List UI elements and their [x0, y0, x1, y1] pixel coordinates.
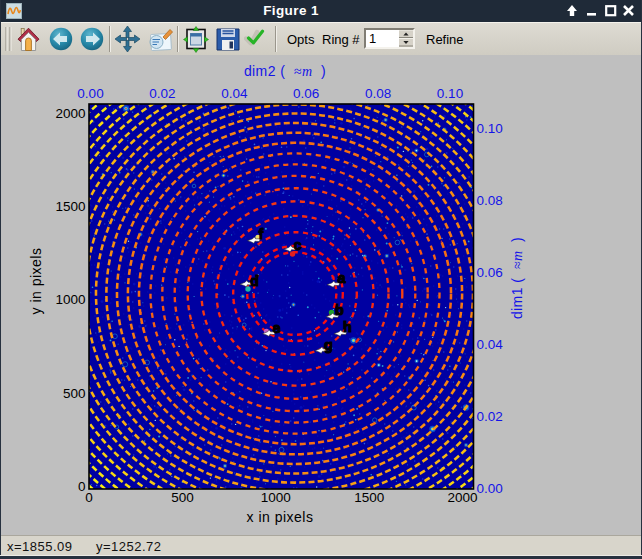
- svg-text:0.00: 0.00: [77, 86, 103, 101]
- svg-text:dim1 ( ≈m ): dim1 ( ≈m ): [509, 237, 525, 319]
- svg-text:0.04: 0.04: [477, 337, 504, 352]
- svg-text:1000: 1000: [55, 292, 85, 307]
- svg-text:500: 500: [63, 386, 86, 401]
- svg-text:0.10: 0.10: [437, 86, 463, 101]
- svg-text:b: b: [335, 302, 344, 318]
- svg-text:x in pixels: x in pixels: [247, 509, 314, 525]
- svg-text:1500: 1500: [55, 199, 85, 214]
- svg-text:a: a: [337, 270, 346, 286]
- svg-text:f: f: [259, 226, 264, 242]
- svg-text:0.06: 0.06: [477, 265, 503, 280]
- svg-text:0.08: 0.08: [365, 86, 391, 101]
- svg-text:0: 0: [78, 479, 86, 494]
- svg-text:h: h: [343, 319, 352, 335]
- svg-text:2000: 2000: [55, 106, 85, 121]
- svg-text:0.08: 0.08: [477, 193, 503, 208]
- svg-text:d: d: [250, 273, 259, 289]
- svg-text:0.04: 0.04: [221, 86, 248, 101]
- svg-text:0.02: 0.02: [149, 86, 175, 101]
- svg-text:y in pixels: y in pixels: [28, 248, 44, 315]
- svg-text:g: g: [324, 337, 333, 353]
- svg-text:dim2 ( ≈m ): dim2 ( ≈m ): [244, 63, 326, 79]
- svg-text:0.06: 0.06: [293, 86, 319, 101]
- svg-text:0.10: 0.10: [477, 121, 503, 136]
- svg-text:c: c: [293, 237, 301, 253]
- svg-text:e: e: [272, 320, 280, 336]
- svg-text:0.02: 0.02: [477, 409, 503, 424]
- svg-text:2000: 2000: [448, 490, 478, 505]
- svg-text:1500: 1500: [354, 490, 384, 505]
- svg-text:500: 500: [171, 490, 194, 505]
- svg-text:0.00: 0.00: [477, 481, 503, 496]
- svg-text:1000: 1000: [261, 490, 291, 505]
- svg-text:0: 0: [85, 490, 93, 505]
